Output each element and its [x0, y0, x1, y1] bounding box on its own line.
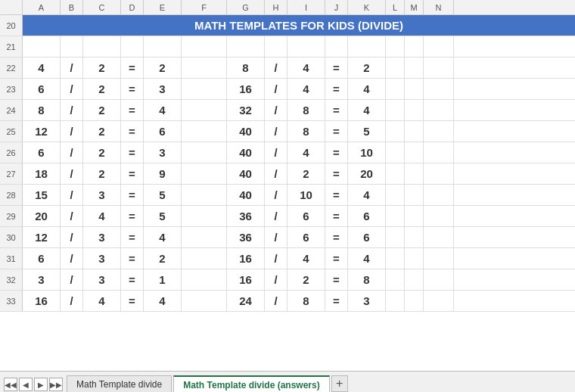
table-row: 266/2=340/4=10: [0, 142, 575, 163]
math-cell: 3: [348, 291, 386, 311]
math-cell: /: [61, 227, 83, 247]
math-cell: 12: [23, 121, 61, 142]
tab-math-template-divide-answers[interactable]: Math Template divide (answers): [173, 375, 330, 392]
row-number: 31: [0, 248, 23, 269]
math-cell: /: [61, 206, 83, 226]
row-number: 24: [0, 100, 23, 120]
empty-cell: [227, 36, 265, 57]
math-cell: /: [265, 248, 288, 269]
empty-cell: [405, 36, 424, 57]
math-cell: 4: [288, 142, 325, 163]
empty-cell: [424, 58, 454, 78]
math-cell: 16: [227, 269, 265, 290]
math-cell: 5: [348, 121, 386, 142]
math-cell: 4: [144, 100, 182, 120]
math-cell: /: [61, 58, 83, 78]
row-number: 28: [0, 185, 23, 205]
empty-cell: [405, 248, 424, 269]
table-row: 323/3=116/2=8: [0, 269, 575, 291]
empty-cell: [405, 291, 424, 311]
tab-first-btn[interactable]: ◀◀: [4, 378, 17, 391]
tab-next-btn[interactable]: ▶: [34, 378, 48, 391]
math-cell: 16: [227, 248, 265, 269]
row-number: 32: [0, 269, 23, 290]
math-cell: 40: [227, 142, 265, 163]
empty-cell: [424, 248, 454, 269]
math-cell: 3: [144, 79, 182, 99]
tab-math-template-divide[interactable]: Math Template divide: [67, 375, 172, 392]
math-cell: 40: [227, 121, 265, 142]
empty-cell: [386, 185, 405, 205]
math-cell: 2: [288, 269, 325, 290]
row-number: 20: [0, 15, 23, 36]
math-cell: /: [61, 142, 83, 163]
math-cell: =: [121, 269, 144, 290]
spreadsheet-title: MATH TEMPLATES FOR KIDS (DIVIDE): [23, 15, 575, 36]
gap-cell: [182, 269, 227, 290]
empty-cell: [424, 269, 454, 290]
empty-cell: [386, 58, 405, 78]
math-cell: 6: [144, 121, 182, 142]
math-cell: 6: [348, 206, 386, 226]
math-cell: 4: [288, 79, 325, 99]
tab-prev-btn[interactable]: ◀: [19, 378, 33, 391]
math-cell: /: [265, 100, 288, 120]
table-row: 316/3=216/4=4: [0, 248, 575, 269]
math-cell: 6: [288, 206, 325, 226]
table-row: 20MATH TEMPLATES FOR KIDS (DIVIDE): [0, 15, 575, 36]
math-cell: /: [265, 185, 288, 205]
math-cell: 12: [23, 227, 61, 247]
math-cell: 2: [348, 58, 386, 78]
math-cell: 3: [83, 185, 121, 205]
math-cell: =: [325, 227, 348, 247]
table-row: 224/2=28/4=2: [0, 58, 575, 79]
math-cell: /: [61, 163, 83, 184]
math-cell: /: [61, 291, 83, 311]
col-header-i: I: [288, 0, 325, 14]
empty-cell: [265, 36, 288, 57]
col-header-b: B: [61, 0, 83, 14]
math-cell: 4: [348, 185, 386, 205]
tab-bar: ◀◀ ◀ ▶ ▶▶ Math Template divide Math Temp…: [0, 371, 575, 392]
math-cell: 24: [227, 291, 265, 311]
math-cell: =: [121, 163, 144, 184]
rows-area: 20MATH TEMPLATES FOR KIDS (DIVIDE)21224/…: [0, 15, 575, 371]
empty-cell: [424, 206, 454, 226]
math-cell: /: [265, 79, 288, 99]
math-cell: =: [121, 79, 144, 99]
math-cell: 2: [83, 79, 121, 99]
math-cell: /: [61, 100, 83, 120]
empty-cell: [348, 36, 386, 57]
corner-cell: [0, 0, 23, 14]
empty-cell: [23, 36, 61, 57]
row-number: 30: [0, 227, 23, 247]
math-cell: 40: [227, 185, 265, 205]
math-cell: 2: [83, 100, 121, 120]
col-header-a: A: [23, 0, 61, 14]
math-cell: 6: [23, 248, 61, 269]
math-cell: 1: [144, 269, 182, 290]
math-cell: =: [325, 163, 348, 184]
table-row: 21: [0, 36, 575, 58]
row-number: 26: [0, 142, 23, 163]
math-cell: 8: [348, 269, 386, 290]
math-cell: =: [121, 142, 144, 163]
math-cell: /: [265, 269, 288, 290]
empty-cell: [386, 269, 405, 290]
col-header-k: K: [348, 0, 386, 14]
math-cell: 4: [348, 100, 386, 120]
table-row: 236/2=316/4=4: [0, 79, 575, 100]
math-cell: 9: [144, 163, 182, 184]
gap-cell: [182, 163, 227, 184]
col-header-e: E: [144, 0, 182, 14]
math-cell: 4: [144, 227, 182, 247]
empty-cell: [424, 79, 454, 99]
math-cell: 8: [288, 100, 325, 120]
math-cell: =: [325, 248, 348, 269]
tab-last-btn[interactable]: ▶▶: [49, 378, 63, 391]
math-cell: 32: [227, 100, 265, 120]
math-cell: /: [265, 121, 288, 142]
gap-cell: [182, 121, 227, 142]
tab-add-button[interactable]: +: [331, 375, 348, 392]
empty-cell: [405, 100, 424, 120]
